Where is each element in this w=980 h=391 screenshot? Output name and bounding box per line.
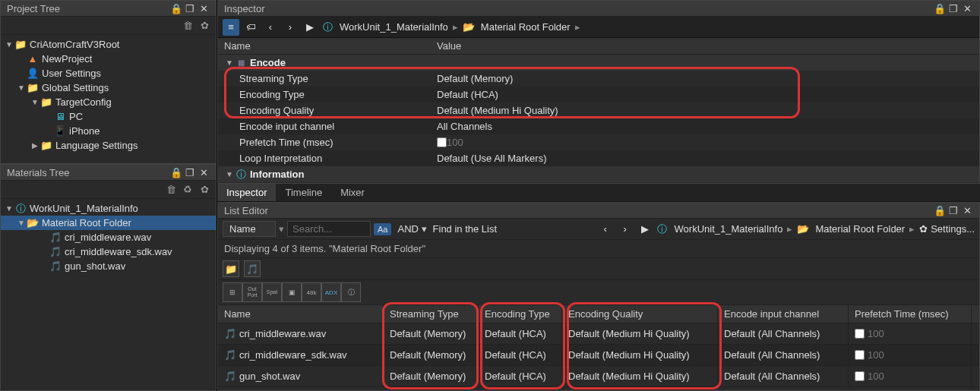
- tree-file[interactable]: cri_middleware_sdk.wav: [65, 246, 172, 257]
- case-badge[interactable]: Aa: [374, 223, 391, 235]
- col-name[interactable]: Name: [218, 305, 384, 323]
- tree-file[interactable]: cri_middleware.wav: [65, 232, 151, 243]
- tree-root[interactable]: CriAtomCraftV3Root: [30, 39, 119, 50]
- tree-item[interactable]: Global Settings: [42, 82, 109, 93]
- lock-icon[interactable]: 🔒: [934, 204, 946, 216]
- col-streaming[interactable]: Streaming Type: [384, 305, 479, 323]
- prop-value[interactable]: Default (HCA): [437, 89, 979, 100]
- gear-icon[interactable]: ✿: [198, 183, 211, 197]
- gear-icon[interactable]: ✿: [198, 19, 211, 33]
- prop-value[interactable]: Default (Medium Hi Quality): [437, 105, 979, 116]
- prefetch-checkbox[interactable]: [437, 137, 447, 147]
- pt-check[interactable]: [855, 371, 865, 381]
- trash-icon[interactable]: 🗑: [181, 19, 194, 33]
- crumb-folder[interactable]: Material Root Folder: [815, 223, 905, 235]
- trash-icon[interactable]: 🗑: [164, 183, 178, 197]
- view-btn-3[interactable]: Spat: [262, 282, 282, 302]
- row-name[interactable]: cri_middleware.wav: [239, 328, 326, 339]
- and-toggle[interactable]: AND: [397, 223, 418, 235]
- cell[interactable]: Default (Memory): [384, 366, 479, 386]
- cell[interactable]: Default (HCA): [479, 366, 562, 386]
- materials-tree[interactable]: ▼ⓘWorkUnit_1_MaterialInfo ▼📂Material Roo…: [1, 199, 216, 390]
- cell[interactable]: Default (Medium Hi Quality): [562, 323, 718, 344]
- list-icon[interactable]: ≡: [223, 19, 239, 36]
- nav-fwd-icon[interactable]: ›: [282, 19, 299, 36]
- close-icon[interactable]: ✕: [198, 166, 210, 178]
- nav-fwd-icon[interactable]: ›: [617, 221, 634, 238]
- crumb-unit[interactable]: WorkUnit_1_MaterialInfo: [340, 21, 448, 33]
- tab-inspector[interactable]: Inspector: [217, 184, 276, 201]
- prop-value[interactable]: Default (Memory): [437, 73, 979, 84]
- gear-icon[interactable]: ✿: [919, 223, 928, 235]
- cell[interactable]: 100: [868, 349, 884, 361]
- view-btn-6[interactable]: ADX: [321, 282, 341, 302]
- close-icon[interactable]: ✕: [961, 204, 973, 216]
- lock-icon[interactable]: 🔒: [934, 2, 946, 14]
- tree-item-selected[interactable]: Material Root Folder: [42, 217, 131, 229]
- undock-icon[interactable]: ❐: [184, 166, 196, 178]
- lock-icon[interactable]: 🔒: [170, 166, 182, 178]
- nav-up-icon[interactable]: ▶: [637, 221, 653, 238]
- tree-item[interactable]: User Settings: [42, 68, 101, 79]
- tree-item[interactable]: iPhone: [69, 125, 100, 137]
- cell[interactable]: Default (All Channels): [718, 345, 849, 365]
- crumb-folder[interactable]: Material Root Folder: [481, 21, 571, 33]
- settings-link[interactable]: Settings...: [931, 223, 975, 235]
- cell[interactable]: Default (Memory): [384, 345, 479, 365]
- prop-value[interactable]: 100: [447, 137, 463, 148]
- col-input-channel[interactable]: Encode input channel: [718, 305, 849, 323]
- cell[interactable]: Default (Medium Hi Quality): [562, 345, 718, 365]
- tree-item[interactable]: Language Settings: [55, 140, 138, 151]
- col-encoding-type[interactable]: Encoding Type: [479, 305, 562, 323]
- col-encoding-quality[interactable]: Encoding Quality: [562, 305, 718, 323]
- cell[interactable]: Default (Memory): [384, 323, 479, 344]
- prop-value[interactable]: Default (Use All Markers): [437, 153, 979, 164]
- cell[interactable]: Default (All Channels): [718, 323, 849, 344]
- tree-item[interactable]: WorkUnit_1_MaterialInfo: [30, 203, 138, 214]
- tree-item[interactable]: TargetConfig: [55, 96, 112, 108]
- list-editor-title: List Editor 🔒 ❐ ✕: [218, 203, 979, 219]
- tab-timeline[interactable]: Timeline: [276, 184, 331, 201]
- recycle-icon[interactable]: ♻: [181, 183, 194, 197]
- prop-name: Streaming Type: [218, 73, 437, 84]
- tab-mixer[interactable]: Mixer: [331, 184, 374, 201]
- folder-icon[interactable]: 📁: [223, 260, 239, 277]
- prop-value[interactable]: All Channels: [437, 121, 979, 132]
- cell[interactable]: 100: [868, 328, 884, 339]
- cell[interactable]: Default (HCA): [479, 345, 562, 365]
- col-prefetch[interactable]: Prefetch Time (msec): [849, 305, 972, 323]
- nav-back-icon[interactable]: ‹: [597, 221, 614, 238]
- view-btn-1[interactable]: ⊞: [223, 282, 242, 302]
- close-icon[interactable]: ✕: [198, 2, 210, 14]
- view-btn-4[interactable]: ▣: [282, 282, 302, 302]
- pt-check[interactable]: [855, 329, 865, 339]
- section-encode[interactable]: Encode: [250, 57, 286, 68]
- nav-back-icon[interactable]: ‹: [262, 19, 279, 36]
- nav-up-icon[interactable]: ▶: [302, 19, 318, 36]
- undock-icon[interactable]: ❐: [947, 2, 959, 14]
- view-btn-2[interactable]: OutPort: [242, 282, 262, 302]
- tree-file[interactable]: gun_shot.wav: [65, 260, 125, 272]
- audio-icon[interactable]: 🎵: [244, 260, 261, 277]
- row-name[interactable]: cri_middleware_sdk.wav: [239, 349, 347, 361]
- row-name[interactable]: gun_shot.wav: [239, 371, 300, 382]
- close-icon[interactable]: ✕: [961, 2, 973, 14]
- pt-check[interactable]: [855, 350, 865, 360]
- cell[interactable]: Default (All Channels): [718, 366, 849, 386]
- project-tree[interactable]: ▼📁CriAtomCraftV3Root ▲NewProject 👤User S…: [1, 35, 216, 163]
- tree-item[interactable]: NewProject: [42, 53, 92, 65]
- cell[interactable]: Default (HCA): [479, 323, 562, 344]
- cell[interactable]: Default (Medium Hi Quality): [562, 366, 718, 386]
- tag-icon[interactable]: 🏷: [242, 19, 259, 36]
- undock-icon[interactable]: ❐: [947, 204, 959, 216]
- filter-field-select[interactable]: Name: [223, 221, 276, 237]
- crumb-unit[interactable]: WorkUnit_1_MaterialInfo: [675, 223, 783, 235]
- search-input[interactable]: [287, 221, 371, 237]
- cell[interactable]: 100: [868, 371, 884, 382]
- section-information[interactable]: Information: [250, 169, 305, 180]
- tree-item[interactable]: PC: [69, 111, 83, 122]
- view-btn-7[interactable]: ⓘ: [341, 282, 361, 302]
- lock-icon[interactable]: 🔒: [170, 2, 182, 14]
- view-btn-5[interactable]: 48k: [302, 282, 321, 302]
- undock-icon[interactable]: ❐: [184, 2, 196, 14]
